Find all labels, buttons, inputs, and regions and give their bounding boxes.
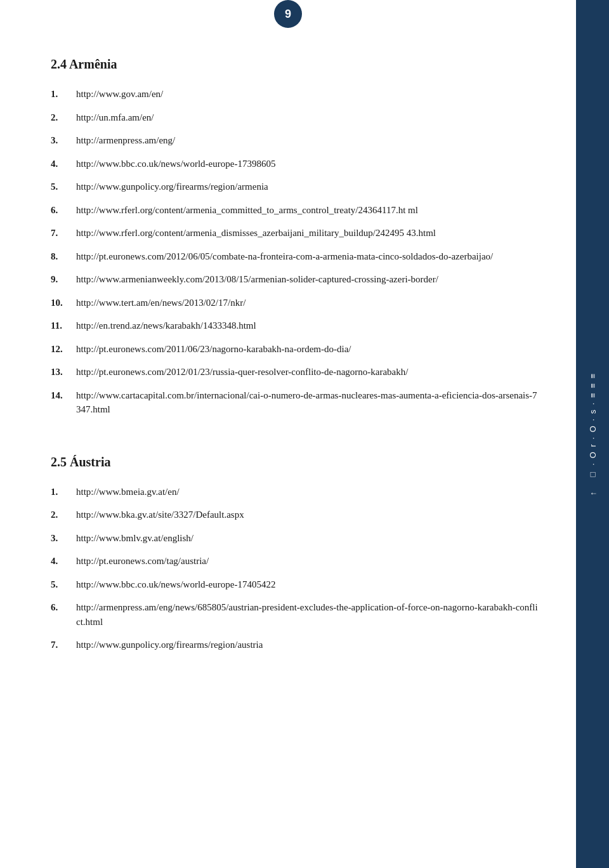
ref-link[interactable]: http://www.bmeia.gv.at/en/ (76, 485, 180, 499)
sidebar-label: ↑ □ · O r · O · s · ≡ ≡ ≡ (588, 372, 598, 496)
ref-number: 9. (51, 272, 76, 287)
ref-link[interactable]: http://www.bbc.co.uk/news/world-europe-1… (76, 577, 275, 592)
list-item: 1. http://www.gov.am/en/ (51, 87, 538, 102)
list-item: 6. http://armenpress.am/eng/news/685805/… (51, 600, 538, 629)
ref-link[interactable]: http://un.mfa.am/en/ (76, 110, 154, 125)
ref-number: 5. (51, 180, 76, 194)
list-item: 3. http://armenpress.am/eng/ (51, 133, 538, 148)
section-austria-title: 2.5 Áustria (51, 455, 538, 470)
list-item: 2. http://www.bka.gv.at/site/3327/Defaul… (51, 508, 538, 522)
ref-number: 13. (51, 365, 76, 379)
ref-number: 2. (51, 508, 76, 522)
ref-link[interactable]: http://www.armenianweekly.com/2013/08/15… (76, 272, 438, 287)
list-item: 9. http://www.armenianweekly.com/2013/08… (51, 272, 538, 287)
list-item: 13. http://pt.euronews.com/2012/01/23/ru… (51, 365, 538, 379)
austria-reference-list: 1. http://www.bmeia.gv.at/en/ 2. http://… (51, 485, 538, 652)
right-sidebar: ↑ □ · O r · O · s · ≡ ≡ ≡ (576, 0, 609, 868)
list-item: 10. http://www.tert.am/en/news/2013/02/1… (51, 296, 538, 310)
list-item: 4. http://pt.euronews.com/tag/austria/ (51, 554, 538, 569)
ref-number: 3. (51, 531, 76, 546)
list-item: 1. http://www.bmeia.gv.at/en/ (51, 485, 538, 499)
list-item: 14. http://www.cartacapital.com.br/inter… (51, 388, 538, 417)
ref-number: 7. (51, 638, 76, 652)
ref-link[interactable]: http://www.bbc.co.uk/news/world-europe-1… (76, 157, 275, 171)
ref-number: 7. (51, 226, 76, 240)
page-number: 9 (274, 0, 302, 28)
list-item: 5. http://www.gunpolicy.org/firearms/reg… (51, 180, 538, 194)
ref-link[interactable]: http://www.tert.am/en/news/2013/02/17/nk… (76, 296, 246, 310)
ref-link[interactable]: http://www.bka.gv.at/site/3327/Default.a… (76, 508, 244, 522)
list-item: 7. http://www.gunpolicy.org/firearms/reg… (51, 638, 538, 652)
ref-link[interactable]: http://pt.euronews.com/2012/01/23/russia… (76, 365, 408, 379)
ref-number: 10. (51, 296, 76, 310)
ref-number: 6. (51, 203, 76, 218)
ref-number: 11. (51, 319, 76, 333)
ref-number: 6. (51, 600, 76, 629)
ref-link[interactable]: http://www.bmlv.gv.at/english/ (76, 531, 193, 546)
ref-link[interactable]: http://www.gov.am/en/ (76, 87, 163, 102)
ref-number: 4. (51, 157, 76, 171)
ref-number: 14. (51, 388, 76, 417)
list-item: 11. http://en.trend.az/news/karabakh/143… (51, 319, 538, 333)
ref-link[interactable]: http://pt.euronews.com/tag/austria/ (76, 554, 209, 569)
ref-number: 4. (51, 554, 76, 569)
ref-link[interactable]: http://pt.euronews.com/2012/06/05/combat… (76, 249, 493, 264)
ref-link[interactable]: http://www.gunpolicy.org/firearms/region… (76, 180, 268, 194)
ref-number: 12. (51, 342, 76, 357)
ref-link[interactable]: http://en.trend.az/news/karabakh/1433348… (76, 319, 256, 333)
list-item: 6. http://www.rferl.org/content/armenia_… (51, 203, 538, 218)
ref-link[interactable]: http://armenpress.am/eng/ (76, 133, 175, 148)
ref-number: 2. (51, 110, 76, 125)
ref-number: 3. (51, 133, 76, 148)
ref-link[interactable]: http://www.cartacapital.com.br/internaci… (76, 388, 538, 417)
ref-link[interactable]: http://pt.euronews.com/2011/06/23/nagorn… (76, 342, 351, 357)
ref-number: 1. (51, 87, 76, 102)
list-item: 2. http://un.mfa.am/en/ (51, 110, 538, 125)
list-item: 8. http://pt.euronews.com/2012/06/05/com… (51, 249, 538, 264)
list-item: 12. http://pt.euronews.com/2011/06/23/na… (51, 342, 538, 357)
ref-number: 1. (51, 485, 76, 499)
list-item: 4. http://www.bbc.co.uk/news/world-europ… (51, 157, 538, 171)
list-item: 5. http://www.bbc.co.uk/news/world-europ… (51, 577, 538, 592)
ref-number: 8. (51, 249, 76, 264)
ref-link[interactable]: http://www.gunpolicy.org/firearms/region… (76, 638, 263, 652)
ref-number: 5. (51, 577, 76, 592)
ref-link[interactable]: http://www.rferl.org/content/armenia_com… (76, 203, 418, 218)
ref-link[interactable]: http://armenpress.am/eng/news/685805/aus… (76, 600, 538, 629)
list-item: 7. http://www.rferl.org/content/armenia_… (51, 226, 538, 240)
list-item: 3. http://www.bmlv.gv.at/english/ (51, 531, 538, 546)
section-armenia-title: 2.4 Armênia (51, 57, 538, 72)
ref-link[interactable]: http://www.rferl.org/content/armenia_dis… (76, 226, 436, 240)
armenia-reference-list: 1. http://www.gov.am/en/ 2. http://un.mf… (51, 87, 538, 417)
